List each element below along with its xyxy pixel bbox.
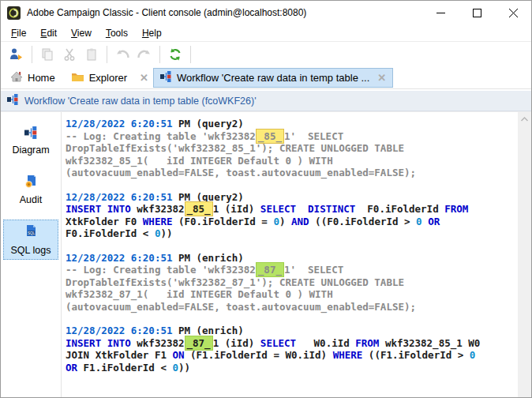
folder-icon: [71, 71, 84, 84]
connect-user-icon[interactable]: [6, 44, 27, 65]
maximize-button[interactable]: [459, 1, 495, 24]
log-line: 12/28/2022 6:20:51 PM (enrich): [66, 252, 516, 265]
log-segment: PM (query2): [172, 118, 243, 130]
log-segment: SELECT: [260, 337, 296, 349]
log-segment: -- Log: Creating table 'wkf32382: [66, 130, 256, 142]
log-segment: WHERE: [143, 216, 173, 227]
log-line: wkf32382_87_1( iId INTEGER Default 0 ) W…: [66, 288, 516, 301]
sidebar-item-diagram-label: Diagram: [12, 145, 49, 156]
log-segment: (F1.iFolderId = W0.iId): [185, 349, 333, 361]
log-segment: )): [160, 227, 172, 239]
log-segment: JOIN XtkFolder F1: [66, 349, 172, 361]
log-segment: 0: [172, 362, 178, 374]
undo-icon: [112, 44, 133, 65]
log-line: OR F1.iFolderId < 0)): [66, 362, 516, 374]
log-segment: 1' SELECT: [284, 130, 343, 142]
log-segment: wkf32382_87_1( iId INTEGER Default 0 ) W…: [66, 288, 333, 300]
log-segment: INSERT INTO: [66, 337, 131, 349]
log-segment: 0: [273, 216, 279, 227]
highlighted-log-segment: _87_: [185, 336, 213, 351]
log-segment: ((F0.iFolderId >: [309, 216, 416, 227]
log-segment: 1 (iId): [213, 337, 260, 349]
minimize-button[interactable]: [422, 1, 459, 24]
workflow-icon: [160, 71, 172, 84]
window-title: Adobe Campaign Classic - Client console …: [27, 7, 422, 18]
log-segment: ((F1.iFolderId >: [362, 349, 469, 361]
workflow-icon: [7, 94, 19, 108]
log-segment: F0.iFolderId: [355, 203, 444, 215]
highlighted-log-segment: _85_: [185, 201, 213, 216]
scroll-up-icon[interactable]: [518, 112, 531, 126]
tab-workflow-active[interactable]: Workflow 'Create raw data in temp table …: [153, 68, 393, 88]
tab-explorer[interactable]: Explorer: [63, 67, 135, 88]
log-line: INSERT INTO wkf32382_87_1 (iId) SELECT W…: [66, 337, 516, 350]
close-button[interactable]: [495, 1, 531, 24]
menu-item-edit[interactable]: Edit: [33, 25, 64, 41]
workflow-title: Workflow 'Create raw data in temp table …: [24, 96, 257, 107]
log-line: (autovacuum_enabled=FALSE, toast.autovac…: [66, 167, 516, 179]
log-segment: FROM: [355, 337, 379, 349]
log-segment: DropTableIfExists('wkf32382_87_1'); CREA…: [66, 276, 404, 288]
tab-workflow-label: Workflow 'Create raw data in temp table …: [177, 72, 369, 84]
log-segment: wkf32382: [131, 337, 185, 349]
log-segment: W0.iId: [296, 337, 355, 349]
app-window: Adobe Campaign Classic - Client console …: [0, 0, 532, 398]
menu-item-tools[interactable]: Tools: [99, 25, 135, 41]
log-line: INSERT INTO wkf32382_85_1 (iId) SELECT D…: [66, 203, 516, 216]
log-segment: SELECT: [260, 203, 296, 215]
view-sidebar: Diagram Audit SQL SQL logs: [1, 112, 61, 397]
log-segment: WHERE: [333, 349, 363, 361]
tab-workflow-close-icon[interactable]: ✕: [377, 73, 386, 83]
sidebar-item-sql-logs[interactable]: SQL SQL logs: [3, 220, 58, 260]
cut-icon: [59, 44, 80, 65]
title-bar: Adobe Campaign Classic - Client console …: [1, 1, 531, 24]
toolbar-separator: [32, 46, 32, 63]
tab-explorer-label: Explorer: [89, 72, 127, 84]
log-segment: F1.iFolderId <: [77, 362, 172, 374]
log-segment: AND: [291, 216, 309, 227]
vertical-scrollbar[interactable]: [518, 112, 531, 397]
log-segment: F0.iFolderId <: [66, 227, 155, 239]
log-segment: 12/28/2022 6:20:51: [66, 191, 172, 203]
tab-home[interactable]: Home: [2, 67, 63, 88]
log-segment: OR: [66, 362, 77, 374]
svg-text:SQL: SQL: [28, 231, 36, 235]
log-segment: 0: [416, 216, 422, 227]
menu-item-help[interactable]: Help: [135, 25, 169, 41]
log-segment: INSERT INTO: [66, 203, 131, 215]
sidebar-item-audit-label: Audit: [20, 194, 43, 205]
log-line: 12/28/2022 6:20:51 PM (enrich): [66, 325, 516, 337]
menu-item-view[interactable]: View: [64, 25, 99, 41]
log-line: DropTableIfExists('wkf32382_85_1'); CREA…: [66, 142, 516, 155]
log-segment: [422, 216, 429, 227]
log-segment: 12/28/2022 6:20:51: [66, 325, 172, 336]
menu-bar: FileEditViewToolsHelp: [1, 24, 531, 42]
log-segment: FROM: [444, 203, 468, 215]
log-segment: wkf32382_85_1( iId INTEGER Default 0 ) W…: [66, 155, 333, 167]
refresh-icon[interactable]: [165, 44, 185, 65]
log-line: F0.iFolderId < 0)): [66, 227, 516, 240]
log-segment: -- Log: Creating table 'wkf32382: [66, 264, 256, 276]
log-segment: 12/28/2022 6:20:51: [66, 252, 172, 264]
log-segment: [296, 203, 308, 215]
sql-logs-icon: SQL: [24, 224, 38, 242]
log-segment: XtkFolder F0: [66, 216, 143, 227]
toolbar-separator: [107, 46, 107, 63]
log-segment: (F0.iFolderId =: [172, 216, 273, 227]
log-segment: (autovacuum_enabled=FALSE, toast.autovac…: [66, 301, 416, 313]
highlighted-log-segment: _87_: [256, 262, 284, 277]
tab-bar: Home Explorer ✕ Workflow 'Create raw dat…: [1, 67, 531, 89]
sidebar-item-audit[interactable]: Audit: [3, 170, 58, 209]
audit-icon: [24, 175, 38, 192]
log-line: (autovacuum_enabled=FALSE, toast.autovac…: [66, 301, 516, 314]
log-segment: (autovacuum_enabled=FALSE, toast.autovac…: [66, 167, 416, 178]
tab-home-label: Home: [28, 72, 55, 84]
log-content[interactable]: 12/28/2022 6:20:51 PM (query2)-- Log: Cr…: [61, 112, 518, 397]
log-line: -- Log: Creating table 'wkf32382_85_1' S…: [66, 130, 516, 143]
sidebar-item-diagram[interactable]: Diagram: [3, 122, 58, 160]
log-segment: OR: [428, 216, 440, 227]
adobe-campaign-logo-icon: [7, 6, 21, 20]
tab-close-icon[interactable]: ✕: [135, 67, 153, 88]
menu-item-file[interactable]: File: [4, 25, 33, 41]
log-segment: 1' SELECT: [284, 264, 343, 276]
